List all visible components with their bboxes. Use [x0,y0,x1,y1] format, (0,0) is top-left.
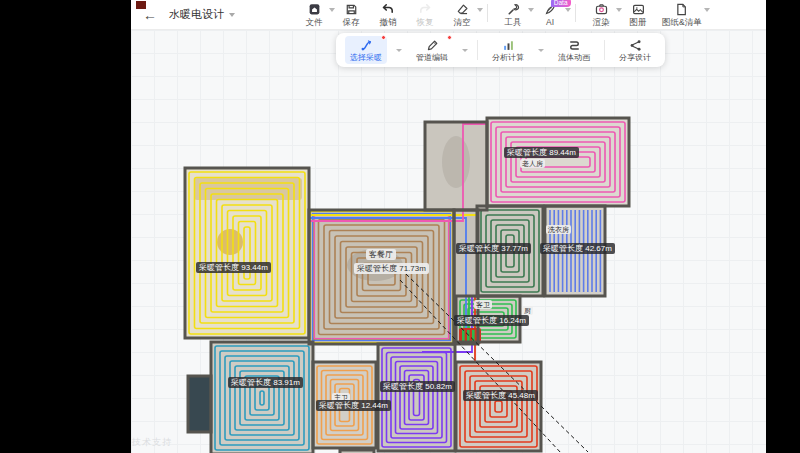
mode-label: 分享设计 [619,53,651,62]
chevron-down-icon [616,8,622,12]
room-name-label: 老人房 [520,159,545,168]
room-name-label: 洗衣房 [546,225,571,234]
toolbar-render-button[interactable]: 渲染 [588,2,614,27]
watermark-text: 技术支持 [132,436,172,449]
chevron-down-icon [528,8,534,12]
mode-divider [604,40,605,60]
mode-analysis[interactable]: 分析计算 [487,36,529,64]
chevron-down-icon [477,8,483,12]
pipe-length-label[interactable]: 采暖管长度 42.67m [540,243,615,254]
room-name-label: 客卫 [474,300,492,309]
floor-plan[interactable]: 采暖管长度 93.44m客餐厅采暖管长度 71.73m采暖管长度 89.44m老… [160,100,696,453]
toolbar-label: 渲染 [593,17,610,27]
analysis-icon [502,38,515,52]
mode-select-heating[interactable]: 选择采暖 [345,36,387,64]
select-heating-icon [360,38,373,52]
ai-icon: Data [544,2,557,16]
docs-icon [675,2,688,16]
mode-label: 选择采暖 [350,53,382,62]
toolbar-label: 保存 [343,17,360,27]
pipe-length-label[interactable]: 采暖管长度 93.44m [196,262,271,273]
chevron-down-icon [538,49,544,52]
notification-dot [447,35,452,40]
toolbar-divider [575,4,576,22]
redo-icon [418,2,432,16]
mode-label: 分析计算 [492,53,524,62]
notification-dot [381,35,386,40]
toolbar-redo-button[interactable]: 恢复 [412,2,438,27]
mode-fluid-anim[interactable]: 流体动画 [553,36,595,64]
mode-divider [477,40,478,60]
top-toolbar: ← 水暖电设计 文件保存撤销恢复清空工具DataAI渲染图册图纸&清单 [131,0,766,30]
chevron-down-icon [462,49,468,52]
app-window: ← 水暖电设计 文件保存撤销恢复清空工具DataAI渲染图册图纸&清单 选择采暖… [131,0,766,453]
share-design-icon [629,38,642,52]
screen: ← 水暖电设计 文件保存撤销恢复清空工具DataAI渲染图册图纸&清单 选择采暖… [0,0,800,453]
toolbar-undo-button[interactable]: 撤销 [375,2,401,27]
chevron-down-icon [329,8,335,12]
mode-share-design[interactable]: 分享设计 [614,36,656,64]
toolbar-label: AI [546,17,554,27]
pipe-length-label[interactable]: 采暖管长度 50.82m [380,381,455,392]
chevron-down-icon [565,8,571,12]
design-canvas[interactable]: 采暖管长度 93.44m客餐厅采暖管长度 71.73m采暖管长度 89.44m老… [131,30,766,453]
pipe-length-label[interactable]: 采暖管长度 83.91m [228,377,303,388]
chevron-down-icon [229,13,235,17]
chevron-down-icon [704,8,710,12]
pipe-edit-icon [426,38,439,52]
toolbar-file-button[interactable]: 文件 [301,2,327,27]
toolbar-album-button[interactable]: 图册 [625,2,651,27]
file-icon [308,2,321,16]
toolbar-label: 恢复 [417,17,434,27]
toolbar-label: 文件 [306,17,323,27]
mode-bar: 选择采暖管道编辑分析计算流体动画分享设计 [336,33,665,67]
clear-icon [456,2,469,16]
mode-label: 管道编辑 [416,53,448,62]
album-icon [632,2,645,16]
toolbar-label: 图册 [630,17,647,27]
undo-icon [381,2,395,16]
ai-data-badge: Data [551,0,571,7]
toolbar-label: 工具 [505,17,522,27]
save-icon [345,2,358,16]
pipe-length-label[interactable]: 采暖管长度 71.73m [354,263,429,274]
room-name-label: 厨 [522,306,533,315]
toolbar-items: 文件保存撤销恢复清空工具DataAI渲染图册图纸&清单 [301,2,702,27]
mode-pipe-edit[interactable]: 管道编辑 [411,36,453,64]
toolbar-save-button[interactable]: 保存 [338,2,364,27]
pipe-length-label[interactable]: 采暖管长度 12.44m [316,400,391,411]
pipe-length-label[interactable]: 采暖管长度 89.44m [504,147,579,158]
mode-label: 流体动画 [558,53,590,62]
toolbar-tool-button[interactable]: 工具 [500,2,526,27]
toolbar-docs-button[interactable]: 图纸&清单 [662,2,702,27]
pipe-length-label[interactable]: 采暖管长度 16.24m [454,315,529,326]
toolbar-clear-button[interactable]: 清空 [449,2,475,27]
room-name-label: 客餐厅 [366,249,396,260]
render-icon [595,2,608,16]
toolbar-label: 图纸&清单 [662,17,702,27]
pipe-length-label[interactable]: 采暖管长度 37.77m [456,243,531,254]
toolbar-label: 清空 [454,17,471,27]
project-title-dropdown[interactable]: 水暖电设计 [169,7,235,22]
pipe-length-label[interactable]: 采暖管长度 45.48m [463,390,538,401]
toolbar-label: 撤销 [380,17,397,27]
toolbar-ai-button[interactable]: DataAI [537,2,563,27]
fluid-anim-icon [568,38,581,52]
tool-icon [507,2,520,16]
toolbar-divider [487,4,488,22]
chevron-down-icon [396,49,402,52]
floor-plan-drawing [160,100,696,453]
record-indicator [136,1,146,9]
page-title: 水暖电设计 [169,7,224,22]
